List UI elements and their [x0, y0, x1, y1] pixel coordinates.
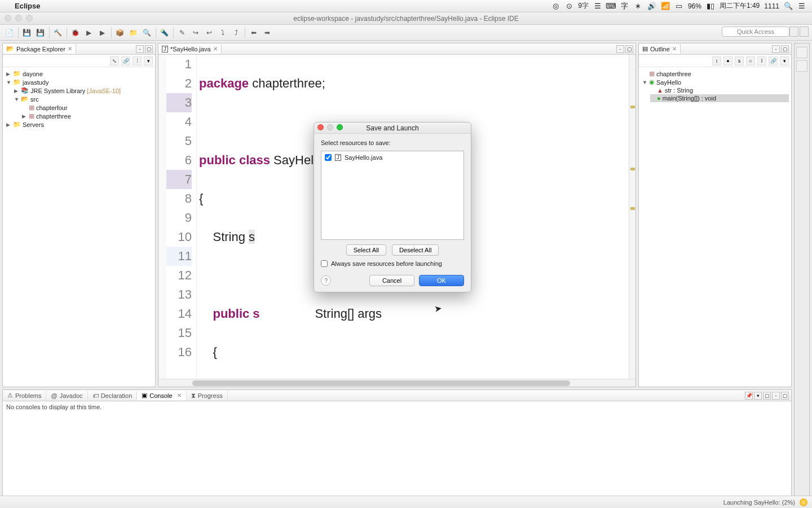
editor-hscrollbar[interactable]: [158, 379, 636, 387]
dialog-close-button[interactable]: [317, 124, 324, 130]
record-icon[interactable]: ⊙: [564, 2, 573, 11]
siri-icon[interactable]: ◎: [551, 2, 560, 11]
outline-field[interactable]: ▲str : String: [650, 86, 789, 94]
maximize-bottom-button[interactable]: ▢: [781, 392, 789, 400]
ime-box2-icon[interactable]: ⌨: [607, 2, 616, 11]
debug-button[interactable]: 🐞: [69, 27, 82, 38]
new-class-button[interactable]: 📦: [114, 27, 126, 38]
select-all-button[interactable]: Select All: [346, 244, 386, 256]
maximize-editor-button[interactable]: ▢: [625, 45, 633, 53]
always-save-checkbox[interactable]: [321, 260, 328, 267]
spotlight-icon[interactable]: 🔍: [784, 2, 793, 11]
maximize-view-button[interactable]: ▢: [145, 45, 153, 53]
coverage-button[interactable]: ▶: [96, 27, 109, 38]
trim-button-2[interactable]: [796, 60, 807, 72]
bluetooth-icon[interactable]: ∗: [634, 2, 643, 11]
zoom-window-btn[interactable]: [26, 15, 33, 21]
package-explorer-tab[interactable]: 📂 Package Explorer ✕: [3, 44, 76, 54]
project-dayone[interactable]: ▶📁dayone: [6, 69, 153, 78]
pin-console-button[interactable]: 📌: [745, 392, 753, 400]
trim-button-1[interactable]: [796, 47, 807, 58]
session-label[interactable]: 1111: [764, 2, 779, 10]
app-name[interactable]: Eclipse: [15, 2, 41, 10]
open-type-button[interactable]: 🔍: [141, 27, 153, 38]
resource-checkbox[interactable]: [325, 154, 332, 161]
outline-method[interactable]: ●main(String[]) : void: [650, 94, 789, 102]
focus-button[interactable]: 🔗: [769, 56, 778, 65]
progress-tab[interactable]: ⧗Progress: [187, 391, 228, 400]
step2-button[interactable]: ↩: [203, 27, 215, 38]
run-button[interactable]: ▶: [83, 27, 95, 38]
hide-fields-button[interactable]: ●: [723, 56, 732, 65]
resource-list[interactable]: 🄹 SayHello.java: [321, 151, 464, 240]
dialog-minimize-button[interactable]: [327, 124, 333, 130]
wifi-icon[interactable]: 📶: [661, 2, 670, 11]
minimize-outline-button[interactable]: -: [772, 45, 780, 53]
close-icon[interactable]: ✕: [68, 46, 72, 52]
outline-tab[interactable]: ▤ Outline ✕: [639, 44, 681, 54]
help-button[interactable]: ?: [321, 275, 331, 286]
ok-button[interactable]: OK: [419, 275, 464, 286]
ime-box3-icon[interactable]: 字: [620, 2, 629, 11]
display-console-button[interactable]: ▾: [754, 392, 762, 400]
close-window-btn[interactable]: [5, 15, 11, 21]
menu-icon[interactable]: ☰: [797, 2, 806, 11]
collapse-all-button[interactable]: ⤡: [110, 56, 119, 65]
project-servers[interactable]: ▶📁Servers: [6, 120, 153, 129]
project-javastudy[interactable]: ▼📁javastudy: [6, 78, 153, 86]
problems-tab[interactable]: ⚠Problems: [3, 391, 46, 400]
console-tab[interactable]: ▣Console✕: [137, 391, 186, 400]
dialog-zoom-button[interactable]: [337, 124, 343, 130]
deselect-all-button[interactable]: Deselect All: [392, 244, 439, 256]
filter-button[interactable]: ⋮: [133, 56, 142, 65]
package-chapterfour[interactable]: ▦chapterfour: [22, 103, 153, 112]
new-package-button[interactable]: 📁: [127, 27, 140, 38]
toggle-mark-button[interactable]: ✎: [176, 27, 188, 38]
java-perspective-button[interactable]: [800, 27, 809, 37]
maximize-outline-button[interactable]: ▢: [781, 45, 789, 53]
link-editor-button[interactable]: 🔗: [121, 56, 130, 65]
outline-package[interactable]: ▦chapterthree: [642, 69, 789, 78]
cancel-button[interactable]: Cancel: [369, 275, 414, 286]
javadoc-tab[interactable]: @Javadoc: [46, 391, 87, 400]
declaration-tab[interactable]: 🏷Declaration: [88, 391, 138, 400]
search-button[interactable]: 🔦: [158, 27, 171, 38]
tip-bulb-icon[interactable]: [800, 498, 807, 506]
close-editor-icon[interactable]: ✕: [213, 46, 218, 52]
outline-class[interactable]: ▼◉SayHello: [642, 78, 789, 86]
ime-box-icon[interactable]: ☰: [593, 2, 602, 11]
step4-button[interactable]: ⤴: [230, 27, 242, 38]
quick-access[interactable]: Quick Access: [722, 27, 789, 37]
new-button[interactable]: 📄: [3, 27, 16, 38]
outline-tree[interactable]: ▦chapterthree ▼◉SayHello ▲str : String ●…: [639, 67, 791, 387]
build-button[interactable]: 🔨: [52, 27, 64, 38]
package-chapterthree[interactable]: ▶▦chapterthree: [22, 112, 153, 120]
volume-icon[interactable]: 🔊: [647, 2, 656, 11]
minimize-view-button[interactable]: -: [136, 45, 144, 53]
sort-button[interactable]: ↕: [712, 56, 721, 65]
open-console-button[interactable]: ▢: [763, 392, 771, 400]
hide-static-button[interactable]: s: [735, 56, 744, 65]
display-icon[interactable]: ▭: [674, 2, 683, 11]
minimize-editor-button[interactable]: -: [616, 45, 624, 53]
editor-tab[interactable]: 🄹 *SayHello.java ✕: [158, 45, 222, 54]
package-explorer-tree[interactable]: ▶📁dayone ▼📁javastudy ▶📚JRE System Librar…: [3, 67, 155, 387]
save-button[interactable]: 💾: [21, 27, 33, 38]
step3-button[interactable]: ⤵: [217, 27, 229, 38]
ime-label[interactable]: 9字: [578, 1, 589, 11]
jre-library[interactable]: ▶📚JRE System Library [JavaSE-10]: [14, 86, 153, 95]
hide-nonpublic-button[interactable]: ○: [746, 56, 755, 65]
minimize-bottom-button[interactable]: -: [772, 392, 780, 400]
outline-menu-button[interactable]: ▾: [780, 56, 789, 65]
resource-item[interactable]: 🄹 SayHello.java: [324, 154, 461, 161]
clock[interactable]: 周二下午1:49: [720, 1, 760, 11]
minimize-window-btn[interactable]: [15, 15, 22, 21]
close-console-icon[interactable]: ✕: [177, 392, 182, 398]
view-menu-button[interactable]: ▾: [144, 56, 153, 65]
back-button[interactable]: ⬅: [248, 27, 260, 38]
hide-local-button[interactable]: l: [757, 56, 766, 65]
close-outline-icon[interactable]: ✕: [672, 46, 677, 52]
open-perspective-button[interactable]: [789, 27, 798, 37]
save-all-button[interactable]: 💾: [34, 27, 47, 38]
src-folder[interactable]: ▼📂src: [14, 95, 153, 103]
